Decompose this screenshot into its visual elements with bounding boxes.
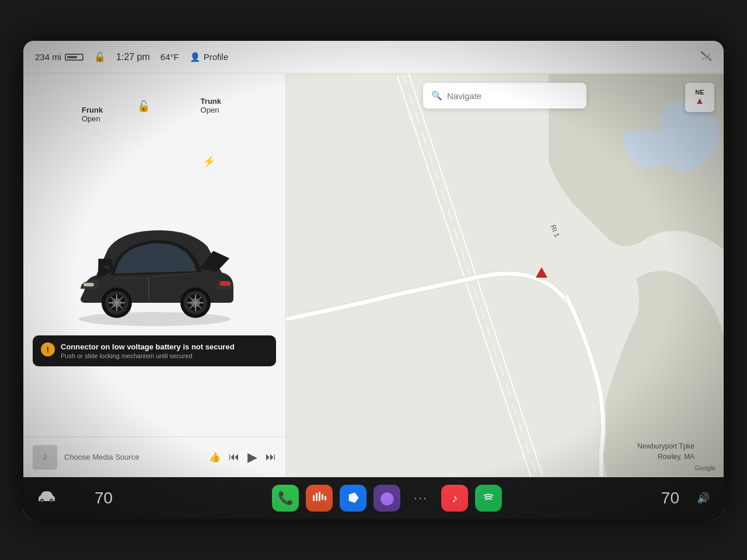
skip-back-button[interactable]: ⏮ bbox=[229, 451, 239, 463]
screen-bezel: 234 mi 🔓 1:27 pm 64°F 👤 Profile bbox=[23, 41, 724, 519]
frunk-status: Frunk Open bbox=[82, 106, 103, 123]
profile-person-icon: 👤 bbox=[190, 52, 201, 62]
volume-icon[interactable]: 🔊 bbox=[697, 492, 710, 505]
search-icon: 🔍 bbox=[431, 90, 442, 101]
svg-point-28 bbox=[41, 500, 43, 502]
media-art: ♪ bbox=[33, 445, 57, 470]
signal-area bbox=[700, 51, 712, 64]
display: 234 mi 🔓 1:27 pm 64°F 👤 Profile bbox=[23, 41, 724, 519]
taskbar-left: 70 bbox=[37, 489, 113, 508]
frunk-status-text: Open bbox=[82, 114, 103, 123]
play-button[interactable]: ▶ bbox=[247, 450, 257, 465]
profile-label: Profile bbox=[204, 52, 229, 62]
no-signal-icon bbox=[700, 53, 712, 63]
media-bar: ♪ Choose Media Source 👍 ⏮ ▶ ⏭ bbox=[23, 436, 285, 477]
map-container[interactable]: RI 1 🔍 NE ▲ N bbox=[286, 74, 724, 477]
media-controls: 👍 ⏮ ▶ ⏭ bbox=[209, 450, 276, 465]
search-input[interactable] bbox=[447, 91, 578, 101]
battery-bar bbox=[65, 54, 83, 61]
svg-rect-34 bbox=[322, 494, 323, 500]
warning-icon: ! bbox=[41, 342, 55, 356]
speed-display-left: 70 bbox=[95, 489, 113, 508]
skip-forward-button[interactable]: ⏭ bbox=[266, 451, 276, 463]
content-area: Frunk Open Trunk Open 🔓 ⚡ bbox=[23, 74, 724, 477]
location-info: Newburyport Tpke Rowley, MA bbox=[637, 441, 694, 462]
svg-point-30 bbox=[51, 500, 53, 502]
taskbar-apps: 📞 ⭓ bbox=[113, 485, 661, 512]
status-temp: 64°F bbox=[160, 52, 179, 62]
right-panel: RI 1 🔍 NE ▲ N bbox=[286, 74, 724, 477]
trunk-label: Trunk bbox=[201, 97, 221, 106]
camera-icon: ⬤ bbox=[380, 491, 395, 506]
audio-app[interactable] bbox=[306, 485, 333, 512]
svg-rect-1 bbox=[702, 58, 704, 60]
compass-arrow-icon: ▲ bbox=[695, 96, 704, 106]
audio-icon bbox=[312, 491, 326, 506]
music-icon: ♪ bbox=[452, 492, 458, 505]
car-icon bbox=[37, 491, 56, 506]
battery-status: 234 mi bbox=[35, 52, 83, 62]
svg-rect-22 bbox=[220, 281, 231, 286]
warning-title: Connector on low voltage battery is not … bbox=[61, 342, 268, 351]
map-search-bar[interactable]: 🔍 bbox=[423, 83, 587, 108]
location-line2: Rowley, MA bbox=[637, 452, 694, 462]
taskbar: 70 📞 bbox=[23, 477, 724, 519]
svg-point-4 bbox=[79, 312, 231, 326]
location-line1: Newburyport Tpke bbox=[637, 441, 694, 452]
left-panel: Frunk Open Trunk Open 🔓 ⚡ bbox=[23, 74, 286, 477]
vehicle-lock-icon: 🔓 bbox=[137, 100, 150, 113]
speed-display-right: 70 bbox=[661, 489, 679, 508]
warning-notification[interactable]: ! Connector on low voltage battery is no… bbox=[33, 335, 276, 366]
status-time: 1:27 pm bbox=[116, 52, 150, 62]
warning-subtitle: Push or slide locking mechanism until se… bbox=[61, 352, 268, 359]
lock-icon: 🔓 bbox=[94, 51, 106, 62]
svg-rect-31 bbox=[313, 495, 315, 501]
trunk-status-text: Open bbox=[201, 106, 221, 114]
vehicle-image bbox=[61, 202, 248, 331]
frunk-label: Frunk bbox=[82, 106, 103, 114]
svg-rect-21 bbox=[83, 283, 94, 286]
trunk-status: Trunk Open bbox=[201, 97, 221, 114]
media-source-label[interactable]: Choose Media Source bbox=[64, 453, 139, 461]
bluetooth-app[interactable]: ⭓ bbox=[340, 485, 366, 512]
bluetooth-icon: ⭓ bbox=[348, 491, 358, 505]
warning-text-container: Connector on low voltage battery is not … bbox=[61, 342, 268, 359]
profile-button[interactable]: 👤 Profile bbox=[190, 52, 229, 62]
media-info: Choose Media Source bbox=[64, 453, 202, 461]
compass: NE ▲ bbox=[685, 83, 714, 112]
range-text: 234 mi bbox=[35, 52, 61, 62]
svg-rect-33 bbox=[319, 492, 320, 501]
svg-rect-2 bbox=[705, 55, 707, 60]
charge-icon: ⚡ bbox=[203, 155, 215, 168]
thumbup-button[interactable]: 👍 bbox=[209, 452, 221, 463]
status-bar: 234 mi 🔓 1:27 pm 64°F 👤 Profile bbox=[23, 41, 724, 74]
phone-app[interactable]: 📞 bbox=[272, 485, 299, 512]
map-svg bbox=[286, 74, 724, 477]
more-button[interactable]: ··· bbox=[407, 485, 434, 512]
more-icon: ··· bbox=[414, 491, 428, 506]
phone-icon: 📞 bbox=[278, 491, 294, 506]
svg-rect-35 bbox=[324, 496, 326, 501]
music-app[interactable]: ♪ bbox=[441, 485, 468, 512]
taskbar-right: 70 🔊 bbox=[661, 489, 710, 508]
camera-app[interactable]: ⬤ bbox=[374, 485, 400, 512]
svg-rect-3 bbox=[708, 53, 710, 60]
compass-direction: NE bbox=[695, 89, 704, 96]
location-marker bbox=[536, 267, 547, 278]
google-watermark: Google bbox=[695, 464, 715, 471]
spotify-app[interactable] bbox=[475, 485, 502, 512]
vehicle-area: Frunk Open Trunk Open 🔓 ⚡ bbox=[23, 74, 285, 436]
svg-rect-32 bbox=[316, 493, 317, 501]
spotify-icon bbox=[481, 489, 496, 508]
